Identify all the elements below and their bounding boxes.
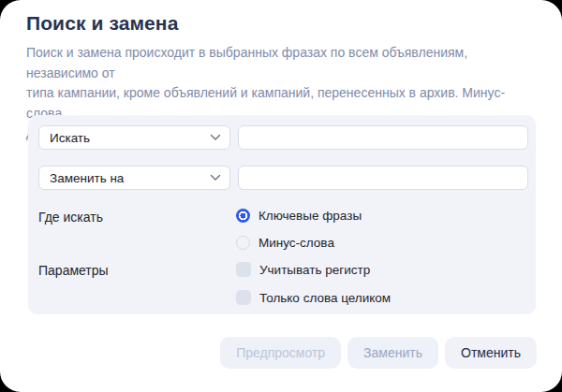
form-panel: Искать Заменить на Где искать Ключ: [28, 115, 536, 314]
search-replace-dialog: Поиск и замена Поиск и замена происходит…: [0, 0, 562, 392]
radio-option-keyword-phrases[interactable]: Ключевые фразы: [236, 209, 362, 223]
where-to-search-label: Где искать: [38, 209, 236, 225]
search-row: Искать: [38, 125, 528, 150]
replace-mode-value: Заменить на: [50, 171, 124, 185]
preview-button[interactable]: Предпросмотр: [220, 337, 341, 369]
radio-option-minus-words[interactable]: Минус-слова: [236, 236, 362, 250]
checkbox-option-whole-words[interactable]: Только слова целиком: [236, 290, 391, 305]
parameters-label: Параметры: [38, 262, 236, 278]
checkbox-icon[interactable]: [236, 262, 251, 277]
chevron-down-icon: [210, 174, 221, 181]
radio-icon[interactable]: [236, 236, 250, 250]
replace-term-input[interactable]: [238, 166, 528, 190]
radio-option-label: Минус-слова: [259, 236, 334, 250]
search-mode-value: Искать: [50, 131, 90, 145]
radio-option-label: Ключевые фразы: [259, 209, 362, 223]
where-to-search-row: Где искать Ключевые фразы Минус-слова: [38, 209, 528, 250]
replace-mode-select[interactable]: Заменить на: [38, 166, 230, 190]
dialog-title: Поиск и замена: [0, 0, 562, 35]
parameters-row: Параметры Учитывать регистр Только слова…: [38, 262, 528, 305]
checkbox-option-case-sensitive[interactable]: Учитывать регистр: [236, 262, 391, 277]
cancel-button[interactable]: Отменить: [445, 337, 537, 369]
description-line: Поиск и замена происходит в выбранных фр…: [26, 45, 467, 80]
parameter-options: Учитывать регистр Только слова целиком: [236, 262, 391, 305]
checkbox-option-label: Учитывать регистр: [259, 263, 370, 277]
replace-row: Заменить на: [38, 166, 528, 190]
replace-button[interactable]: Заменить: [348, 337, 438, 369]
where-options: Ключевые фразы Минус-слова: [236, 209, 362, 250]
checkbox-icon[interactable]: [236, 290, 251, 305]
search-term-input[interactable]: [238, 125, 528, 150]
dialog-footer: Предпросмотр Заменить Отменить: [220, 337, 537, 369]
checkbox-option-label: Только слова целиком: [259, 291, 391, 305]
search-mode-select[interactable]: Искать: [38, 125, 230, 150]
chevron-down-icon: [210, 134, 221, 141]
radio-icon[interactable]: [236, 209, 250, 223]
